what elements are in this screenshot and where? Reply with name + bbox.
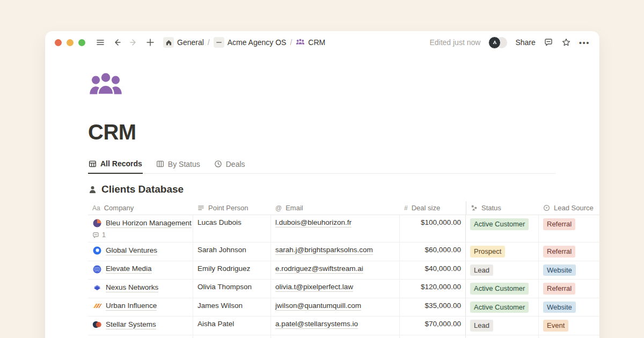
traffic-light-zoom[interactable] [78,39,85,46]
company-name[interactable]: Urban Influence [106,302,157,311]
status-badge: Active Customer [470,283,529,295]
deal-size-cell[interactable]: $35,000.00 [400,298,466,317]
column-label: Company [104,204,134,212]
share-button[interactable]: Share [515,38,535,47]
status-cell[interactable]: Lead [465,317,539,335]
status-cell[interactable]: Active Customer [465,298,539,317]
breadcrumb-label: Acme Agency OS [228,38,287,47]
company-cell[interactable]: Global Ventures [88,243,193,261]
deal-size-cell[interactable]: $100,000.00 [400,215,466,242]
status-badge: Prospect [470,246,505,258]
comment-icon [92,232,99,239]
company-cell[interactable]: BrightPath Consulting [88,335,193,338]
breadcrumb-acme-agency-os[interactable]: Acme Agency OS [214,37,287,48]
email-cell[interactable]: olivia.t@pixelperfect.law [271,280,400,298]
comments-icon[interactable] [544,38,553,47]
breadcrumb-general[interactable]: General [163,37,204,48]
status-cell[interactable]: Prospect [465,243,539,261]
page-icon-people[interactable] [88,70,123,99]
column-header-lead-source[interactable]: Lead Source [539,201,599,215]
status-cell[interactable]: Active Customer [465,280,539,298]
tab-deals[interactable]: Deals [214,159,246,173]
lead-source-cell[interactable]: Referral [539,215,599,242]
point-person-cell[interactable]: Sarah Johnson [193,243,271,261]
company-logo-urban-influence [92,302,102,311]
page-title[interactable]: CRM [88,120,599,144]
company-logo-global-ventures [92,246,102,255]
point-person-cell[interactable]: Aisha Patel [193,317,271,335]
comment-count[interactable]: 1 [92,231,106,239]
email-cell[interactable]: a.patel@stellarsystems.io [271,317,400,335]
status-cell[interactable]: Lead [465,261,539,280]
company-cell[interactable]: Urban Influence [88,298,193,317]
traffic-light-close[interactable] [55,39,62,46]
breadcrumb-separator: / [208,38,210,47]
company-logo-bleu-horizon [92,218,102,228]
company-name[interactable]: Elevate Media [106,264,152,274]
table-row: Bleu Horizon Management 1 Lucas Dubois l… [88,215,599,243]
lead-source-cell[interactable]: Website [539,298,599,317]
email-at-icon: @ [275,204,282,212]
email-cell[interactable]: jwilson@quantumquill.com [271,298,400,317]
lead-source-cell[interactable]: Social Media [539,335,599,338]
point-person-cell[interactable]: Olivia Thompson [193,280,271,298]
status-cell[interactable]: Prospect [465,335,539,338]
column-header-deal-size[interactable]: # Deal size [400,201,466,215]
company-name[interactable]: Global Ventures [106,246,157,255]
email-cell[interactable]: e.martinez@brightpath.com [271,335,400,338]
lead-source-badge: Event [543,320,568,332]
comment-count-label: 1 [102,231,106,239]
edited-status: Edited just now [429,38,480,47]
breadcrumb-label: General [177,38,204,47]
email-cell[interactable]: l.dubois@bleuhorizon.fr [271,215,400,242]
point-person-cell[interactable]: James Wilson [193,298,271,317]
status-cell[interactable]: Active Customer [465,215,539,242]
company-name[interactable]: Bleu Horizon Management [106,219,192,228]
column-header-email[interactable]: @ Email [271,201,400,215]
table-row: Nexus Networks Olivia Thompson olivia.t@… [88,280,599,298]
home-icon [163,37,174,48]
avatar [488,36,501,49]
deal-size-cell[interactable]: $120,000.00 [400,280,466,298]
lead-source-badge: Referral [543,246,575,258]
lead-source-cell[interactable]: Website [539,261,599,280]
database-title: Clients Database [101,183,184,195]
company-cell[interactable]: Stellar Systems [88,317,193,335]
people-icon [296,38,305,47]
lead-source-cell[interactable]: Referral [539,243,599,261]
app-window: General / Acme Agency OS / [45,31,599,338]
breadcrumb: General / Acme Agency OS / [163,37,325,48]
traffic-light-minimize[interactable] [67,39,74,46]
tab-by-status[interactable]: By Status [156,159,201,173]
deal-size-cell[interactable]: $50,000.00 [400,335,466,338]
column-header-point-person[interactable]: Point Person [193,201,271,215]
company-name[interactable]: Stellar Systems [106,320,156,329]
favorite-star-icon[interactable] [561,38,571,47]
column-header-company[interactable]: Aa Company [88,201,193,215]
email-cell[interactable]: e.rodriguez@swiftstream.ai [271,261,400,280]
point-person-cell[interactable]: Elena Martinez [193,335,271,338]
lead-source-cell[interactable]: Event [539,317,599,335]
point-person-cell[interactable]: Emily Rodriguez [193,261,271,280]
new-page-icon[interactable] [144,36,156,48]
column-header-status[interactable]: Status [466,201,539,215]
point-person-cell[interactable]: Lucas Dubois [193,215,271,242]
deal-size-cell[interactable]: $60,000.00 [400,243,466,261]
back-icon[interactable] [111,36,123,48]
sidebar-toggle-icon[interactable] [94,36,106,48]
tab-all-records[interactable]: All Records [88,159,143,174]
breadcrumb-crm[interactable]: CRM [296,38,325,47]
tab-label: By Status [168,160,200,168]
deal-size-cell[interactable]: $70,000.00 [400,317,466,335]
company-cell[interactable]: Elevate Media [88,261,193,280]
email-cell[interactable]: sarah.j@brightsparksolns.com [271,243,400,261]
table-row: Urban Influence James Wilson jwilson@qua… [88,298,599,317]
company-cell[interactable]: Nexus Networks [88,280,193,298]
company-cell[interactable]: Bleu Horizon Management 1 [88,215,193,242]
company-name[interactable]: Nexus Networks [106,283,158,292]
lead-source-cell[interactable]: Referral [539,280,599,298]
forward-icon[interactable] [128,36,140,48]
more-icon[interactable]: ••• [579,38,590,47]
collaborator-avatars[interactable] [488,36,507,49]
deal-size-cell[interactable]: $40,000.00 [400,261,466,280]
